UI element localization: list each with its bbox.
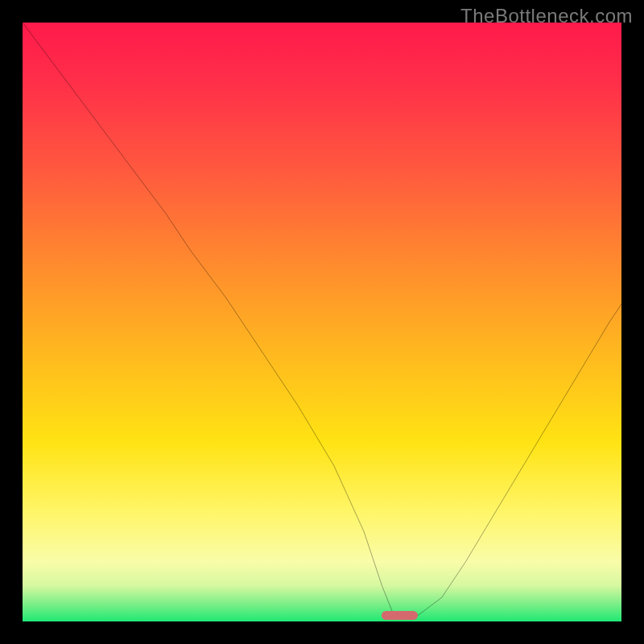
watermark-text: TheBottleneck.com: [460, 5, 633, 27]
plot-area: [23, 23, 621, 621]
optimal-marker: [382, 611, 418, 621]
chart-frame: TheBottleneck.com: [0, 0, 644, 644]
bottleneck-curve: [23, 23, 621, 621]
curve-path: [23, 23, 621, 616]
